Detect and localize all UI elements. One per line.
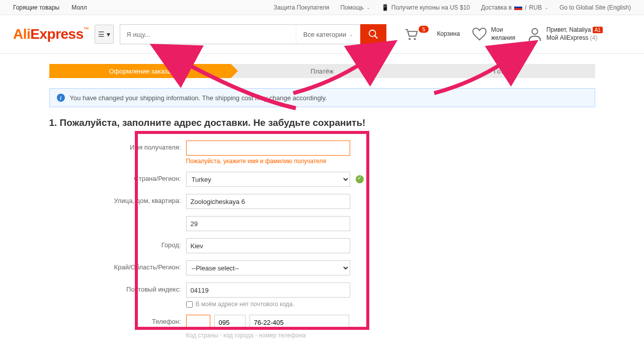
step-payment: Платёж [231,64,413,78]
header: AliExpress™ ☰ ▾ Все категории ⌄ 5 Корзин… [0,15,644,54]
cart-count-badge: 5 [419,26,429,33]
svg-point-0 [369,30,376,37]
zip-label: Почтовый индекс: [49,283,186,293]
wishlist-button[interactable]: Моижелания [472,26,515,42]
ship-to-dropdown[interactable]: Доставка в / RUB ⌄ [481,4,548,11]
info-icon: i [57,94,65,102]
phone-area-code-input[interactable] [214,315,246,330]
phone-hint: Код страны - код города - номер телефона [186,332,595,339]
svg-point-3 [414,38,416,40]
city-label: Город: [49,238,186,249]
city-input[interactable] [186,238,350,253]
global-site-link[interactable]: Go to Global Site (English) [559,4,631,11]
phone-label: Телефон: [49,315,186,325]
region-select[interactable]: --Please select-- [186,260,350,275]
search-category-dropdown[interactable]: Все категории ⌄ [296,24,360,44]
search-button[interactable] [360,24,386,44]
user-icon [527,27,542,42]
hot-products-link[interactable]: Горящие товары [13,4,59,11]
categories-menu-button[interactable]: ☰ ▾ [95,25,114,44]
street1-input[interactable] [186,194,350,209]
svg-point-2 [409,38,411,40]
no-postal-label: В моём адресе нет почтового кода. [196,301,294,308]
search-input[interactable] [120,24,296,44]
help-dropdown[interactable]: Помощь ⌄ [340,4,370,11]
zip-input[interactable] [186,283,350,298]
logo[interactable]: AliExpress™ [13,26,89,42]
main-container: Оформление заказа Платёж Готово i You ha… [49,54,595,352]
mall-link[interactable]: Молл [71,4,87,11]
account-button[interactable]: Привет, NataliyaA1 Мой AliExpress (4) [527,26,603,42]
cart-button[interactable]: 5 Корзина [404,27,460,42]
info-message: i You have changed your shipping informa… [49,88,595,107]
country-select[interactable]: Turkey [186,172,350,187]
search-icon [368,29,379,40]
coupons-link[interactable]: 📱 Получите купоны на US $10 [381,4,470,11]
check-icon [356,175,364,183]
svg-line-1 [375,36,378,39]
a1-badge: A1 [593,27,603,33]
cart-label: Корзина [437,30,460,38]
step-done: Готово [413,64,595,78]
name-label: Имя получателя: [49,140,186,151]
top-bar: Горящие товары Молл Защита Покупателя По… [0,0,644,15]
phone-country-code-input[interactable] [186,315,210,330]
region-label: Край/Область/Регион: [49,260,186,271]
recipient-name-input[interactable] [186,140,350,156]
checkout-progress: Оформление заказа Платёж Готово [49,64,595,78]
no-postal-checkbox[interactable] [186,301,193,308]
chevron-down-icon: ⌄ [349,32,353,37]
street-label: Улица, дом, квартира: [49,194,186,204]
country-label: Страна/Регион: [49,172,186,182]
buyer-protection-link[interactable]: Защита Покупателя [274,4,330,11]
step-checkout: Оформление заказа [49,64,231,78]
cart-icon [404,27,419,42]
heart-icon [472,27,487,42]
chevron-down-icon: ⌄ [366,5,370,10]
phone-number-input[interactable] [250,315,349,330]
page-title: 1. Пожалуйста, заполните адрес доставки.… [49,117,595,128]
svg-point-4 [532,29,537,34]
chevron-down-icon: ⌄ [544,5,548,10]
name-error-message: Пожалуйста, укажите имя и фамилию получа… [186,158,595,165]
street2-input[interactable] [186,216,350,231]
flag-ru-icon [514,5,522,10]
